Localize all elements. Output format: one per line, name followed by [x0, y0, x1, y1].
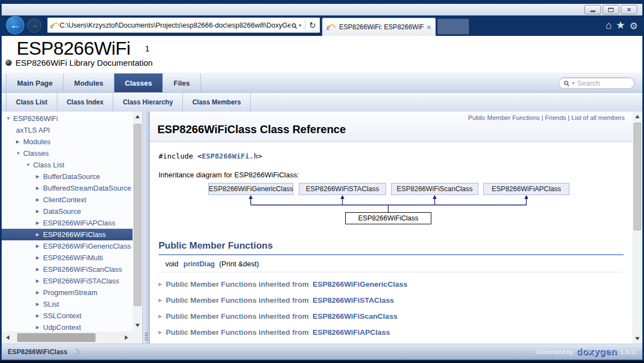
sidebar-item-classes[interactable]: ▼ Classes: [2, 148, 133, 159]
sidebar-item-modules[interactable]: ▶ Modules: [2, 136, 133, 148]
splitter-grip[interactable]: [145, 333, 148, 340]
content-scroll-up-button[interactable]: [632, 112, 642, 122]
content-vscroll-thumb[interactable]: [634, 123, 641, 230]
inherited-class-link[interactable]: ESP8266WiFiGenericClass: [313, 281, 408, 288]
expand-arrow-icon[interactable]: ▶: [159, 297, 162, 304]
tree-toggle-icon[interactable]: ▶: [36, 325, 43, 330]
diagram-box-esp8266wifiscanclass: ESP8266WiFiScanClass: [391, 183, 478, 195]
search-box[interactable]: ▾: [558, 77, 635, 89]
content-scroll-down-button[interactable]: [632, 334, 642, 344]
sidebar-item-esp8266wifi[interactable]: ▼ ESP8266WiFi: [2, 113, 133, 124]
sidebar-scroll-up-button[interactable]: [133, 112, 142, 122]
tree-toggle-icon[interactable]: ▶: [36, 302, 43, 307]
tree-toggle-icon[interactable]: ▼: [26, 162, 33, 167]
tree-toggle-icon[interactable]: ▼: [16, 151, 23, 156]
expand-arrow-icon[interactable]: ▶: [159, 329, 162, 336]
tree-toggle-icon[interactable]: ▶: [36, 232, 43, 237]
inherited-class-link[interactable]: ESP8266WiFiAPClass: [313, 329, 390, 336]
tab-files[interactable]: Files: [163, 73, 201, 92]
tree-toggle-icon[interactable]: ▶: [36, 174, 43, 179]
sidebar-item-axtls-api[interactable]: axTLS API: [2, 124, 133, 136]
tree-toggle-icon[interactable]: ▶: [36, 197, 43, 202]
scroll-left-button[interactable]: [2, 332, 14, 344]
sidebar-scroll-down-button[interactable]: [133, 320, 142, 330]
tab-main-page[interactable]: Main Page: [6, 73, 64, 92]
expand-arrow-icon[interactable]: ▶: [159, 281, 162, 288]
include-file-link[interactable]: ESP8266WiFi.h: [202, 152, 258, 160]
tree-toggle-icon[interactable]: ▶: [36, 209, 43, 214]
content-vertical-scrollbar[interactable]: [632, 112, 642, 344]
sidebar-hscroll-thumb[interactable]: [17, 333, 96, 342]
subtab-class-index[interactable]: Class Index: [57, 93, 114, 112]
tree-toggle-icon[interactable]: ▶: [36, 220, 43, 225]
expand-arrow-icon[interactable]: ▶: [159, 313, 162, 320]
address-input[interactable]: [60, 22, 291, 29]
search-input[interactable]: [577, 79, 630, 87]
sidebar-item-bufferdatasource[interactable]: ▶ BufferDataSource: [2, 171, 133, 182]
sidebar-item-esp8266wifistaclass[interactable]: ▶ ESP8266WiFiSTAClass: [2, 275, 133, 287]
pane-splitter[interactable]: [142, 112, 150, 344]
sidebar-item-datasource[interactable]: ▶ DataSource: [2, 206, 133, 217]
scroll-right-button[interactable]: [120, 332, 133, 344]
sidebar-item-esp8266wifigenericclass[interactable]: ▶ ESP8266WiFiGenericClass: [2, 240, 133, 252]
favorites-star-icon[interactable]: ★: [616, 20, 625, 31]
inherited-class-link[interactable]: ESP8266WiFiScanClass: [313, 313, 398, 320]
doxygen-logo[interactable]: doxygen: [577, 346, 617, 357]
sidebar-item-class-list[interactable]: ▼ Class List: [2, 159, 133, 171]
tree-toggle-icon[interactable]: ▶: [36, 290, 43, 295]
summary-link-list-of-all-members[interactable]: List of all members: [571, 114, 625, 121]
inherited-section-esp8266wifiscanclass[interactable]: ▶ Public Member Functions inherited from…: [159, 313, 624, 320]
summary-link-friends[interactable]: Friends: [545, 114, 566, 121]
tab-modules[interactable]: Modules: [64, 73, 114, 92]
subtab-class-hierarchy[interactable]: Class Hierarchy: [113, 93, 183, 112]
search-dropdown-icon[interactable]: ▾: [572, 81, 574, 86]
address-dropdown-icon[interactable]: ▾: [299, 23, 302, 28]
inherited-class-link[interactable]: ESP8266WiFiSTAClass: [313, 297, 394, 304]
inherited-section-esp8266wifistaclass[interactable]: ▶ Public Member Functions inherited from…: [159, 297, 624, 304]
sidebar-item-esp8266wifiscanclass[interactable]: ▶ ESP8266WiFiScanClass: [2, 264, 133, 275]
tree-toggle-icon[interactable]: ▶: [36, 267, 43, 272]
sidebar-item-clientcontext[interactable]: ▶ ClientContext: [2, 194, 133, 206]
sidebar-item-bufferedstreamdatasource[interactable]: ▶ BufferedStreamDataSource: [2, 182, 133, 194]
sidebar-vscroll-thumb[interactable]: [134, 124, 141, 306]
settings-gear-icon[interactable]: ⚙: [630, 21, 638, 32]
tab-close-icon[interactable]: ✕: [427, 24, 431, 30]
inheritance-diagram-label: Inheritance diagram for ESP8266WiFiClass…: [159, 171, 624, 179]
sidebar-vertical-scrollbar[interactable]: [133, 112, 142, 344]
sidebar-item-esp8266wifiapclass[interactable]: ▶ ESP8266WiFiAPClass: [2, 217, 133, 229]
home-icon[interactable]: ⌂: [606, 20, 612, 31]
tree-toggle-icon[interactable]: ▶: [16, 139, 23, 144]
sidebar-item-udpcontext[interactable]: ▶ UdpContext: [2, 322, 133, 332]
tree-toggle-icon[interactable]: ▶: [36, 278, 43, 283]
address-bar[interactable]: e ▾ ↻: [47, 17, 320, 33]
sidebar-item-sslcontext[interactable]: ▶ SSLContext: [2, 310, 133, 322]
address-search-icon[interactable]: [292, 23, 296, 28]
tree-toggle-icon[interactable]: ▶: [36, 255, 43, 260]
subtab-class-members[interactable]: Class Members: [183, 93, 251, 112]
browser-tab[interactable]: e ESP8266WiFi: ESP8266WiFi... ✕: [322, 18, 436, 36]
minimize-button[interactable]: [584, 5, 601, 14]
member-name-link[interactable]: printDiag: [183, 260, 215, 268]
back-button[interactable]: ←: [6, 15, 25, 35]
forward-button[interactable]: →: [27, 18, 41, 33]
refresh-button[interactable]: ↻: [309, 21, 316, 29]
tree-toggle-icon[interactable]: ▶: [36, 244, 43, 249]
close-button[interactable]: ✕: [621, 5, 637, 14]
breadcrumb-esp8266wificlass[interactable]: ESP8266WiFiClass: [8, 348, 67, 356]
sidebar-item-esp8266wificlass[interactable]: ▶ ESP8266WiFiClass: [2, 229, 133, 240]
inherited-section-esp8266wifiapclass[interactable]: ▶ Public Member Functions inherited from…: [159, 329, 624, 336]
tree-toggle-icon[interactable]: ▶: [36, 186, 43, 191]
tree-toggle-icon[interactable]: ▶: [36, 313, 43, 318]
sidebar-item-esp8266wifimulti[interactable]: ▶ ESP8266WiFiMulti: [2, 252, 133, 264]
sidebar-item-slist[interactable]: ▶ SList: [2, 298, 133, 310]
sidebar-item-progmemstream[interactable]: ▶ ProgmemStream: [2, 287, 133, 298]
close-icon: ✕: [627, 7, 631, 13]
sidebar-horizontal-scrollbar[interactable]: [2, 332, 133, 344]
inherited-section-esp8266wifigenericclass[interactable]: ▶ Public Member Functions inherited from…: [159, 281, 624, 288]
tree-toggle-icon[interactable]: ▼: [6, 116, 13, 121]
tab-classes[interactable]: Classes: [114, 73, 163, 92]
summary-link-public-member-functions[interactable]: Public Member Functions: [468, 114, 540, 121]
new-tab-button[interactable]: [437, 19, 469, 34]
maximize-button[interactable]: [603, 5, 619, 14]
subtab-class-list[interactable]: Class List: [6, 93, 57, 112]
